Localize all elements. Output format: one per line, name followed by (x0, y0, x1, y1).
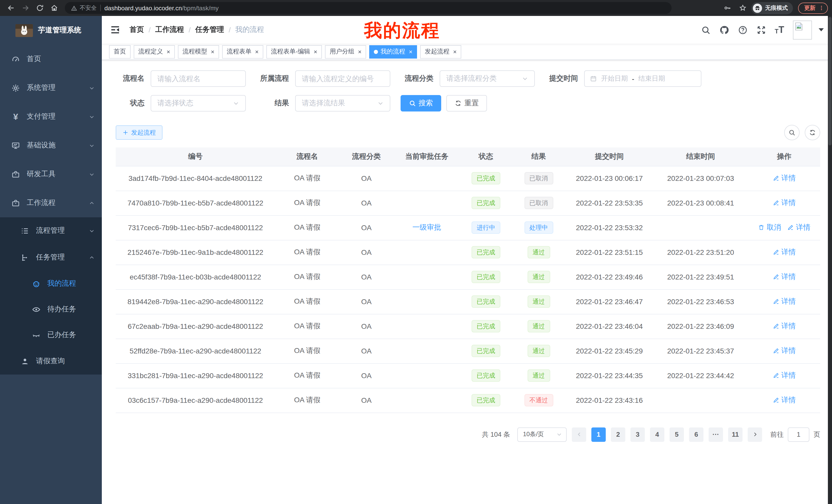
tag-user-group[interactable]: 用户分组× (325, 45, 366, 58)
help-icon[interactable] (738, 25, 747, 35)
table-refresh-button[interactable] (805, 125, 820, 140)
sidebar-item-leave-query[interactable]: 请假查询 (0, 348, 102, 374)
forward-icon[interactable] (19, 1, 32, 15)
page-button-6[interactable]: 6 (689, 427, 703, 442)
breadcrumb-workflow[interactable]: 工作流程 (155, 25, 184, 34)
process-definition-input[interactable] (295, 71, 390, 87)
page-button-3[interactable]: 3 (630, 427, 645, 442)
field-label: 流程分类 (400, 74, 434, 83)
sidebar-item-my-process[interactable]: 我的流程 (0, 271, 102, 297)
sidebar-item-task-mgmt[interactable]: 任务管理 (0, 244, 102, 271)
close-icon[interactable]: × (358, 49, 362, 55)
sidebar-fold-icon[interactable] (110, 24, 121, 35)
detail-link[interactable]: 详情 (773, 346, 796, 356)
avatar[interactable] (793, 20, 812, 39)
result-select[interactable]: 请选择流结果 (295, 95, 390, 111)
detail-link[interactable]: 详情 (773, 371, 796, 380)
start-process-button[interactable]: 发起流程 (116, 125, 162, 140)
back-icon[interactable] (4, 1, 18, 15)
password-key-icon[interactable] (721, 1, 734, 15)
sidebar-item-infra[interactable]: 基础设施 (0, 131, 102, 160)
browser-scrollbar[interactable] (828, 16, 832, 504)
detail-link[interactable]: 详情 (773, 297, 796, 306)
reload-icon[interactable] (33, 1, 46, 15)
detail-label: 详情 (781, 346, 796, 356)
start-date-placeholder[interactable]: 开始日期 (601, 74, 628, 83)
avatar-dropdown-icon[interactable] (818, 28, 824, 31)
tag-home[interactable]: 首页 (109, 45, 131, 58)
cell-result: 通过 (512, 363, 566, 388)
reset-button[interactable]: 重置 (446, 95, 487, 111)
page-ellipsis[interactable]: ··· (709, 427, 723, 442)
page-button-5[interactable]: 5 (670, 427, 684, 442)
category-select[interactable]: 请选择流程分类 (440, 71, 535, 87)
sidebar-item-label: 待办任务 (47, 305, 76, 314)
page-button-11[interactable]: 11 (728, 427, 743, 442)
detail-link[interactable]: 详情 (773, 198, 796, 207)
page-button-4[interactable]: 4 (650, 427, 665, 442)
close-icon[interactable]: × (314, 49, 317, 55)
jump-input[interactable] (788, 427, 809, 442)
sidebar-item-home[interactable]: 首页 (0, 45, 102, 74)
sidebar-item-process-mgmt[interactable]: 流程管理 (0, 217, 102, 244)
cancel-link[interactable]: 取消 (758, 223, 781, 232)
detail-label: 详情 (796, 223, 810, 232)
close-icon[interactable]: × (255, 49, 259, 55)
sidebar-item-done-tasks[interactable]: 已办任务 (0, 322, 102, 348)
close-icon[interactable]: × (453, 49, 457, 55)
search-icon[interactable] (701, 25, 710, 35)
sidebar-item-workflow[interactable]: 工作流程 (0, 189, 102, 217)
tag-process-form-edit[interactable]: 流程表单-编辑× (266, 45, 322, 58)
bookmark-star-icon[interactable] (736, 1, 749, 15)
url-bar[interactable]: 不安全 dashboard.yudao.iocoder.cn/bpm/task/… (65, 2, 672, 14)
page-button-2[interactable]: 2 (611, 427, 625, 442)
detail-link[interactable]: 详情 (773, 174, 796, 183)
process-name-field[interactable] (157, 75, 239, 83)
font-size-icon[interactable]: TT (775, 25, 784, 34)
close-icon[interactable]: × (211, 49, 214, 55)
end-date-placeholder[interactable]: 结束日期 (639, 74, 665, 83)
tag-process-model[interactable]: 流程模型× (178, 45, 219, 58)
active-dot (374, 50, 378, 54)
sidebar-item-todo-tasks[interactable]: 待办任务 (0, 297, 102, 322)
github-icon[interactable] (719, 25, 729, 35)
close-icon[interactable]: × (409, 49, 412, 55)
scrollbar-thumb[interactable] (828, 17, 831, 145)
tag-my-process[interactable]: 我的流程× (369, 45, 417, 58)
process-name-input[interactable] (151, 71, 246, 87)
page-size-select[interactable]: 10条/页 (517, 427, 567, 442)
sidebar-item-payment[interactable]: ¥ 支付管理 (0, 102, 102, 131)
filter-process-definition: 所属流程 (256, 71, 390, 87)
page-button-1[interactable]: 1 (591, 427, 606, 442)
sidebar-item-devtools[interactable]: 研发工具 (0, 160, 102, 189)
detail-link[interactable]: 详情 (773, 396, 796, 405)
table-search-toggle-button[interactable] (784, 125, 800, 140)
next-page-button[interactable] (748, 427, 762, 442)
current-task-link[interactable]: 一级审批 (412, 223, 441, 232)
breadcrumb-home[interactable]: 首页 (130, 25, 144, 34)
detail-link[interactable]: 详情 (773, 321, 796, 331)
tag-process-definition[interactable]: 流程定义× (134, 45, 175, 58)
detail-link[interactable]: 详情 (773, 248, 796, 257)
home-icon[interactable] (47, 1, 61, 15)
status-select[interactable]: 请选择状态 (151, 95, 246, 111)
incognito-badge[interactable]: 无痕模式 (751, 2, 793, 14)
date-range-picker[interactable]: 开始日期 - 结束日期 (584, 71, 701, 87)
detail-link[interactable]: 详情 (787, 223, 810, 232)
process-definition-field[interactable] (302, 75, 384, 83)
tag-process-form[interactable]: 流程表单× (222, 45, 263, 58)
close-icon[interactable]: × (166, 49, 170, 55)
fullscreen-icon[interactable] (756, 25, 766, 35)
update-button[interactable]: 更新 (798, 2, 828, 13)
sidebar-item-system[interactable]: 系统管理 (0, 74, 102, 102)
detail-link[interactable]: 详情 (773, 272, 796, 282)
kebab-menu-icon[interactable] (818, 5, 824, 11)
app-logo-row[interactable]: 芋道管理系统 (0, 16, 102, 45)
search-button[interactable]: 搜索 (400, 95, 441, 111)
breadcrumb-task-mgmt[interactable]: 任务管理 (196, 25, 224, 34)
search-button-label: 搜索 (419, 99, 433, 108)
tag-start-process[interactable]: 发起流程× (420, 45, 461, 58)
chevron-down-icon (89, 143, 95, 148)
security-indicator[interactable]: 不安全 (71, 4, 97, 12)
prev-page-button[interactable] (572, 427, 586, 442)
